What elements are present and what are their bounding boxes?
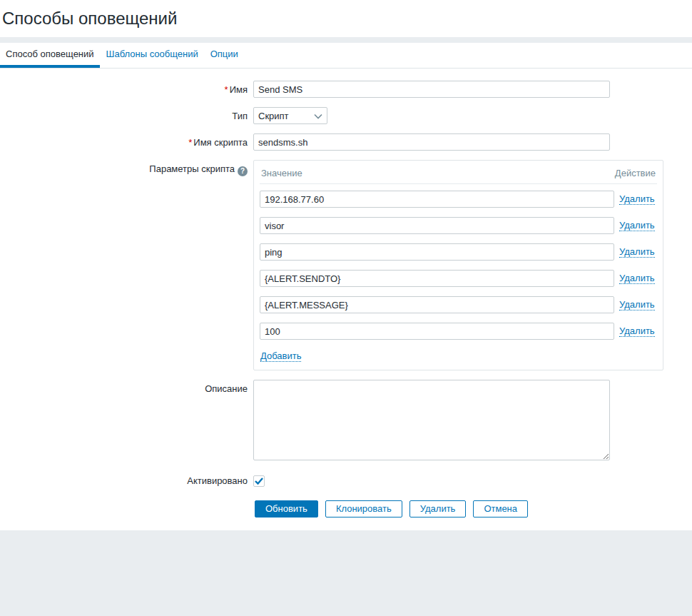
question-mark-icon[interactable]: ? <box>238 166 248 176</box>
script-name-input[interactable] <box>253 133 610 151</box>
action-column-header: Действие <box>615 168 656 178</box>
delete-button[interactable]: Удалить <box>409 500 467 517</box>
clone-button[interactable]: Клонировать <box>325 500 402 517</box>
remove-parameter-link[interactable]: Удалить <box>619 220 655 231</box>
name-input[interactable] <box>253 81 610 98</box>
description-textarea[interactable] <box>253 380 610 460</box>
type-select-value: Скрипт <box>258 111 289 121</box>
required-asterisk: * <box>188 137 192 148</box>
tab-options-label: Опции <box>210 49 238 59</box>
tab-media-type[interactable]: Способ оповещений <box>0 43 100 68</box>
divider-band <box>0 37 692 43</box>
name-label: Имя <box>230 84 248 95</box>
tab-media-type-label: Способ оповещений <box>6 49 94 59</box>
cancel-button[interactable]: Отмена <box>473 500 528 517</box>
chevron-down-icon <box>314 111 322 121</box>
script-name-label: Имя скрипта <box>193 137 248 148</box>
add-parameter-link[interactable]: Добавить <box>260 350 301 362</box>
parameter-input[interactable] <box>260 323 614 340</box>
parameter-input[interactable] <box>260 270 614 287</box>
table-row: Удалить <box>260 323 657 340</box>
script-name-row: *Имя скрипта <box>0 133 692 151</box>
required-asterisk: * <box>225 84 228 95</box>
tab-bar: Способ оповещений Шаблоны сообщений Опци… <box>0 43 692 69</box>
remove-parameter-link[interactable]: Удалить <box>619 193 655 205</box>
tab-options[interactable]: Опции <box>205 43 244 68</box>
value-column-header: Значение <box>261 168 302 178</box>
script-parameters-table: Значение Действие Удалить Удалить Удалит… <box>253 160 663 370</box>
remove-parameter-link[interactable]: Удалить <box>619 325 655 337</box>
tab-message-templates[interactable]: Шаблоны сообщений <box>101 43 204 68</box>
enabled-checkbox[interactable] <box>253 475 265 487</box>
description-row: Описание <box>0 380 692 463</box>
script-parameters-row: Параметры скрипта? Значение Действие Уда… <box>0 160 692 370</box>
type-label: Тип <box>232 111 248 121</box>
table-row: Удалить <box>260 296 657 313</box>
page-footer-area <box>0 530 692 616</box>
table-row: Удалить <box>260 243 657 261</box>
page-header: Способы оповещений <box>0 0 692 37</box>
tab-message-templates-label: Шаблоны сообщений <box>106 49 198 59</box>
update-button[interactable]: Обновить <box>255 500 318 517</box>
form-buttons: Обновить Клонировать Удалить Отмена <box>0 500 692 517</box>
parameter-input[interactable] <box>260 191 614 208</box>
description-label: Описание <box>205 383 248 394</box>
remove-parameter-link[interactable]: Удалить <box>619 299 655 310</box>
table-row: Удалить <box>260 270 657 287</box>
table-row: Удалить <box>260 191 657 208</box>
remove-parameter-link[interactable]: Удалить <box>619 273 655 284</box>
media-type-form: *Имя Тип Скрипт *Имя скрипта Парамет <box>0 69 692 530</box>
script-parameters-label: Параметры скрипта <box>149 163 235 174</box>
parameter-input[interactable] <box>260 243 614 261</box>
table-row: Удалить <box>260 217 657 234</box>
name-row: *Имя <box>0 81 692 98</box>
enabled-row: Активировано <box>0 474 692 487</box>
enabled-label: Активировано <box>187 475 248 486</box>
type-select[interactable]: Скрипт <box>253 107 327 124</box>
check-icon <box>255 476 263 487</box>
parameter-input[interactable] <box>260 217 614 234</box>
type-row: Тип Скрипт <box>0 107 692 124</box>
page-title: Способы оповещений <box>0 0 692 29</box>
parameter-input[interactable] <box>260 296 614 313</box>
remove-parameter-link[interactable]: Удалить <box>619 246 655 258</box>
